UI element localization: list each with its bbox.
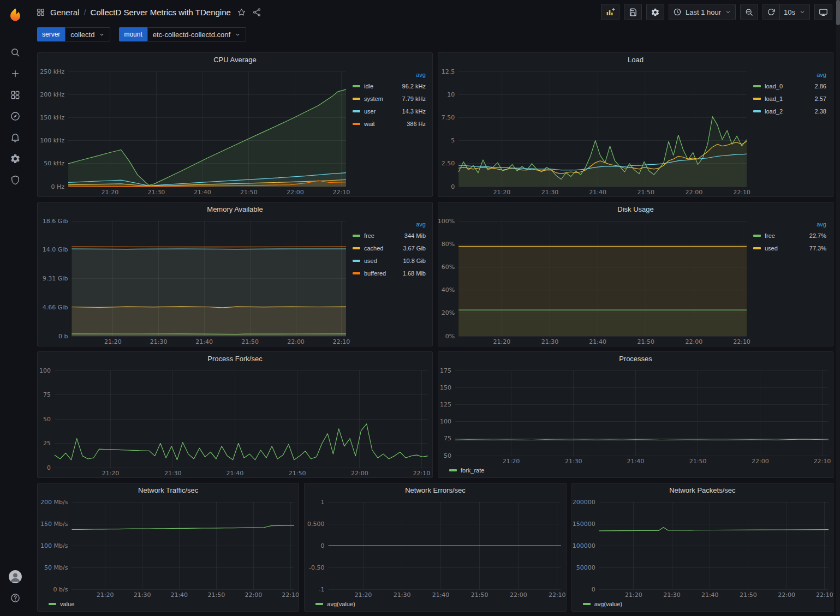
svg-text:125: 125 [440,401,451,408]
legend-item-buffered[interactable]: buffered1.68 Mib [353,267,426,279]
explore-compass-icon[interactable] [4,105,26,127]
chart-disk-usage[interactable]: 0%20%40%60%80%100%21:2021:3021:4021:5022… [438,217,751,346]
gear-icon [651,8,660,17]
svg-text:21:20: 21:20 [625,591,642,599]
zoom-out-button[interactable] [740,4,758,20]
help-icon[interactable] [4,587,26,608]
legend-item-avg-value[interactable]: avg(value) [315,601,355,607]
legend-item-used[interactable]: used77.3% [753,242,826,254]
panel-title-processes[interactable]: Processes [438,352,833,366]
panel-title-cpu-average[interactable]: CPU Average [38,53,432,67]
svg-text:0: 0 [591,586,595,593]
svg-text:14.0 Gib: 14.0 Gib [43,246,68,253]
variable-picker-server[interactable]: collectd [65,27,110,41]
panel-title-network-errors-sec[interactable]: Network Errors/sec [305,483,565,498]
svg-text:21:40: 21:40 [627,458,644,465]
legend-item-system[interactable]: system7.79 kHz [353,92,426,105]
series-avg-value: 344 Mib [404,232,426,239]
configuration-gear-icon[interactable] [4,148,26,169]
star-icon[interactable] [237,8,246,17]
legend-item-load-1[interactable]: load_12.57 [753,92,826,105]
legend-item-value[interactable]: value [49,601,74,607]
dashboards-icon[interactable] [4,84,26,105]
chart-process-fork-sec[interactable]: 025507510021:2021:3021:4021:5022:0022:10 [38,366,432,477]
svg-text:5: 5 [451,137,455,144]
create-plus-icon[interactable] [4,63,26,84]
search-icon[interactable] [4,41,26,63]
chevron-down-icon [99,32,105,38]
cycle-view-mode-button[interactable] [814,4,832,20]
add-panel-button[interactable] [601,4,619,20]
legend-item-free[interactable]: free344 Mib [353,229,426,242]
legend-item-used[interactable]: used10.8 Gib [353,254,426,267]
panel-title-network-packets-sec[interactable]: Network Packets/sec [572,483,833,498]
series-avg-value: 96.2 kHz [402,83,426,89]
svg-text:21:50: 21:50 [637,189,654,196]
chart-network-packets-sec[interactable]: 05000010000015000020000021:2021:3021:402… [572,498,833,599]
legend-item-load-2[interactable]: load_22.38 [753,105,826,117]
legend-item-idle[interactable]: idle96.2 kHz [353,80,426,92]
user-avatar[interactable] [4,566,26,587]
breadcrumb-folder[interactable]: General [50,8,79,17]
svg-text:40%: 40% [442,286,455,294]
series-name: load_2 [765,108,783,115]
svg-text:21:30: 21:30 [541,189,559,196]
legend-avg-header[interactable]: avg [353,221,426,228]
svg-text:21:20: 21:20 [102,470,120,477]
series-name: system [364,95,383,102]
legend-avg-header[interactable]: avg [353,71,426,78]
save-dashboard-button[interactable] [624,4,642,20]
svg-text:0%: 0% [445,333,455,340]
svg-text:2.50: 2.50 [442,160,455,167]
svg-text:0: 0 [321,542,325,549]
panel-title-load[interactable]: Load [438,53,833,67]
refresh-interval-picker[interactable]: 10s [780,4,810,20]
refresh-button[interactable] [762,4,780,20]
variable-picker-mount[interactable]: etc-collectd-collectd.conf [147,27,246,41]
apps-grid-icon[interactable] [36,8,45,17]
series-name: idle [364,83,373,89]
legend-item-wait[interactable]: wait386 Hz [353,117,426,130]
scrollbar-thumb[interactable] [836,0,840,25]
chart-processes[interactable]: 507510012515017521:2021:3021:4021:5022:0… [438,366,833,465]
legend-item-avg-value[interactable]: avg(value) [583,601,622,607]
series-name: load_0 [765,83,783,89]
alerting-bell-icon[interactable] [4,127,26,148]
panel-process-fork-sec: Process Fork/sec025507510021:2021:3021:4… [37,351,433,478]
svg-text:175: 175 [440,367,451,374]
chart-cpu-average[interactable]: 0 Hz50 kHz100 kHz150 kHz200 kHz250 kHz21… [38,67,350,196]
dashboard-title: CollectD Server Metrics with TDengine [91,8,231,17]
legend-item-user[interactable]: user14.3 kHz [353,105,426,117]
panel-memory-available: Memory Available0 b4.66 Gib9.31 Gib14.0 … [37,202,433,346]
chart-network-errors-sec[interactable]: -1-0.5000.500121:2021:3021:4021:5022:002… [305,498,565,599]
panel-title-memory-available[interactable]: Memory Available [38,202,432,217]
svg-text:21:30: 21:30 [150,338,168,345]
dashboard-settings-button[interactable] [646,4,664,20]
svg-text:22:00: 22:00 [287,189,304,196]
legend-item-free[interactable]: free22.7% [753,229,826,242]
chart-memory-available[interactable]: 0 b4.66 Gib9.31 Gib14.0 Gib18.6 Gib21:20… [38,217,350,346]
legend-item-fork-rate[interactable]: fork_rate [449,467,484,474]
breadcrumb: General / CollectD Server Metrics with T… [50,8,231,17]
svg-text:80%: 80% [442,241,455,248]
time-range-picker[interactable]: Last 1 hour [669,4,736,20]
legend-item-load-0[interactable]: load_02.86 [753,80,826,92]
scrollbar[interactable] [836,0,840,616]
chart-load[interactable]: 02.5057.501012.521:2021:3021:4021:5022:0… [438,67,751,196]
panel-title-process-fork-sec[interactable]: Process Fork/sec [38,352,432,366]
svg-text:22:10: 22:10 [282,591,299,599]
svg-text:21:30: 21:30 [148,189,165,196]
legend-avg-header[interactable]: avg [753,221,826,228]
share-icon[interactable] [252,8,261,17]
svg-text:22:10: 22:10 [333,338,350,345]
series-name: free [765,232,775,239]
svg-text:7.50: 7.50 [442,114,455,121]
grafana-logo-icon[interactable] [4,4,26,26]
chart-network-traffic-sec[interactable]: 0 b/s50 Mb/s100 Mb/s150 Mb/s200 Mb/s21:2… [38,498,299,599]
legend-avg-header[interactable]: avg [753,71,826,78]
panel-title-disk-usage[interactable]: Disk Usage [438,202,833,217]
svg-text:22:00: 22:00 [287,338,305,345]
legend-item-cached[interactable]: cached3.67 Gib [353,242,426,254]
panel-title-network-traffic-sec[interactable]: Network Traffic/sec [38,483,299,498]
server-admin-shield-icon[interactable] [4,169,26,190]
